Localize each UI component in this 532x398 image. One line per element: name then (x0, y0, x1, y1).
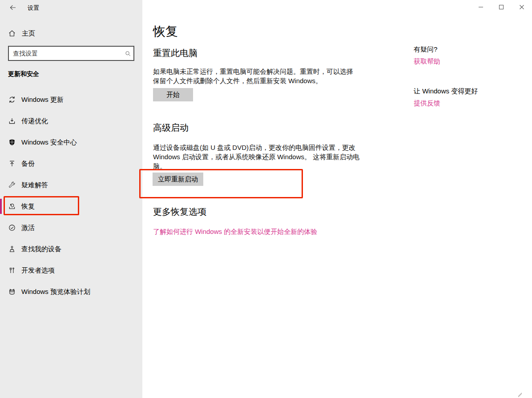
advanced-startup-heading: 高级启动 (153, 122, 189, 134)
sidebar-item-windows-security[interactable]: Windows 安全中心 (0, 133, 142, 151)
arrow-left-icon (9, 4, 17, 12)
reset-section-description: 如果电脑未正常运行，重置电脑可能会解决问题。重置时，可以选择保留个人文件或删除个… (153, 67, 359, 85)
advanced-startup-description: 通过设备或磁盘(如 U 盘或 DVD)启动，更改你的电脑固件设置，更改 Wind… (153, 143, 362, 171)
cursor-artifact (518, 393, 522, 397)
sidebar-item-label: Windows 预览体验计划 (21, 288, 90, 296)
search-input[interactable] (9, 50, 122, 57)
maximize-icon (499, 4, 504, 10)
sidebar-item-label: 传递优化 (21, 117, 48, 125)
home-icon (8, 29, 16, 37)
backup-icon (8, 160, 16, 168)
sidebar-item-label: 恢复 (21, 202, 35, 211)
maximize-button[interactable] (491, 0, 512, 14)
sidebar-item-label: 主页 (22, 29, 35, 38)
reset-section-heading: 重置此电脑 (153, 47, 197, 59)
close-icon (519, 4, 524, 10)
shield-icon (8, 138, 16, 146)
sidebar-item-troubleshoot[interactable]: 疑难解答 (0, 176, 142, 194)
get-help-link[interactable]: 获取帮助 (414, 57, 440, 66)
sidebar-item-label: 备份 (21, 160, 35, 168)
sidebar: 设置 主页 更新和安全 (0, 0, 142, 398)
delivery-icon (8, 117, 16, 125)
make-windows-better-label: 让 Windows 变得更好 (414, 87, 478, 96)
sidebar-item-label: Windows 更新 (21, 96, 64, 104)
minimize-icon (478, 4, 484, 10)
clean-install-link[interactable]: 了解如何进行 Windows 的全新安装以便开始全新的体验 (153, 228, 317, 236)
recovery-icon (8, 202, 16, 210)
sidebar-item-home[interactable]: 主页 (0, 25, 142, 41)
minimize-button[interactable] (471, 0, 491, 14)
page-title: 恢复 (153, 23, 178, 40)
get-started-button[interactable]: 开始 (153, 88, 193, 101)
developer-icon (8, 266, 16, 274)
sidebar-item-label: 开发者选项 (21, 266, 55, 275)
sidebar-item-developer-options[interactable]: 开发者选项 (0, 261, 142, 279)
find-device-icon (8, 245, 16, 253)
give-feedback-link[interactable]: 提供反馈 (414, 99, 440, 108)
back-button[interactable] (6, 2, 20, 13)
more-recovery-options-heading: 更多恢复选项 (153, 206, 206, 218)
settings-window: 设置 主页 更新和安全 (0, 0, 532, 398)
sidebar-section-title: 更新和安全 (8, 70, 39, 78)
activation-icon (8, 224, 16, 232)
sidebar-item-delivery-optimization[interactable]: 传递优化 (0, 112, 142, 130)
wrench-icon (8, 181, 16, 189)
sidebar-item-backup[interactable]: 备份 (0, 155, 142, 173)
restart-now-button[interactable]: 立即重新启动 (153, 173, 203, 186)
sidebar-item-insider-program[interactable]: Windows 预览体验计划 (0, 283, 142, 301)
search-box (8, 46, 134, 61)
selected-item-accent-bar (0, 199, 2, 214)
window-title: 设置 (28, 4, 39, 12)
sidebar-item-label: 查找我的设备 (21, 245, 61, 253)
sidebar-item-windows-update[interactable]: Windows 更新 (0, 91, 142, 109)
have-questions-label: 有疑问? (414, 45, 437, 54)
sidebar-item-label: 疑难解答 (21, 181, 48, 189)
window-controls (471, 0, 532, 14)
sidebar-item-label: 激活 (21, 224, 35, 232)
search-icon[interactable] (122, 47, 133, 60)
insider-icon (8, 288, 16, 296)
sync-icon (8, 96, 16, 104)
sidebar-item-recovery[interactable]: 恢复 (0, 197, 142, 215)
sidebar-item-activation[interactable]: 激活 (0, 219, 142, 237)
sidebar-item-label: Windows 安全中心 (21, 138, 77, 147)
close-button[interactable] (512, 0, 532, 14)
sidebar-item-find-my-device[interactable]: 查找我的设备 (0, 240, 142, 258)
